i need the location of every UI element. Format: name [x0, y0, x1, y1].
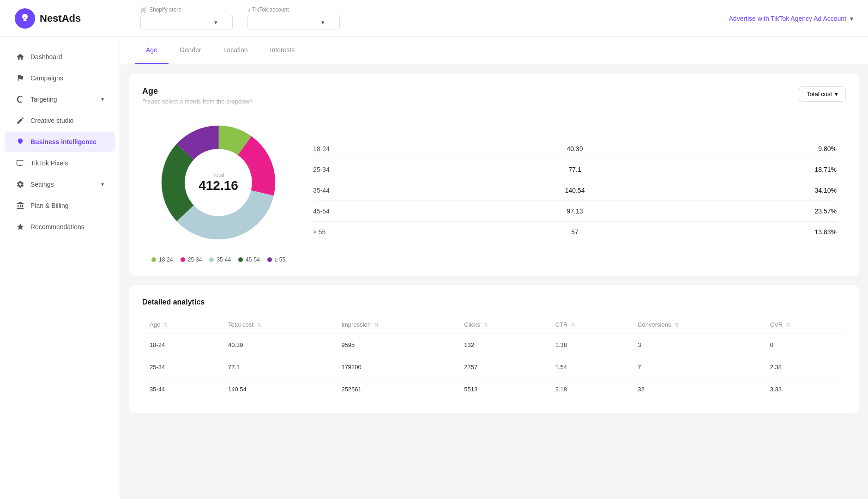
- stats-row-55plus: ≥ 55 57 13.83%: [313, 222, 837, 242]
- age-section: Age Please select a metric from the drop…: [129, 73, 859, 276]
- tab-interests[interactable]: Interests: [259, 37, 306, 64]
- shopify-dropdown[interactable]: ▾: [140, 15, 233, 30]
- col-impression: Impression ⇅: [334, 316, 457, 334]
- stats-row-45-54: 45-54 97.13 23.57%: [313, 201, 837, 222]
- flag-icon: [16, 73, 25, 83]
- star-icon: [16, 222, 25, 231]
- analytics-table-body: 18-24 40.39 9595 132 1.38 3 0 25-34 77.1…: [142, 334, 846, 401]
- legend-35-44: 35-44: [209, 256, 231, 263]
- col-clicks: Clicks ⇅: [457, 316, 548, 334]
- detailed-analytics-section: Detailed analytics Age ⇅ Total cost ⇅: [129, 285, 859, 413]
- tabs-bar: Age Gender Location Interests: [120, 37, 868, 64]
- stats-row-35-44: 35-44 140.54 34.10%: [313, 180, 837, 201]
- donut-chart: Total 412.16: [154, 118, 283, 247]
- analytics-title: Detailed analytics: [142, 298, 846, 306]
- logo-text: NestAds: [40, 12, 81, 24]
- legend-45-54: 45-54: [238, 256, 260, 263]
- sort-clicks-icon[interactable]: ⇅: [484, 322, 488, 328]
- sidebar-item-recommendations[interactable]: Recommendations: [5, 217, 115, 237]
- sort-ctr-icon[interactable]: ⇅: [571, 322, 575, 328]
- stats-row-18-24: 18-24 40.39 9.80%: [313, 139, 837, 159]
- legend-dot-45-54: [238, 257, 243, 262]
- tiktok-dropdown[interactable]: ▾: [247, 15, 340, 30]
- analytics-table-head: Age ⇅ Total cost ⇅ Impression ⇅ Clicks: [142, 316, 846, 334]
- nestads-logo-svg: [19, 13, 30, 24]
- top-header: NestAds 🛒 Shopify store ▾ ♪ TikTok accou…: [0, 0, 868, 37]
- sidebar-item-creative-studio[interactable]: Creative studio: [5, 110, 115, 131]
- legend-55plus: ≥ 55: [267, 256, 285, 263]
- table-row-25-34: 25-34 77.1 179200 2757 1.54 7 2.38: [142, 356, 846, 378]
- legend-18-24: 18-24: [151, 256, 173, 263]
- svg-point-5: [186, 150, 251, 215]
- sidebar-item-business-intelligence[interactable]: Business intelligence: [5, 132, 115, 152]
- table-row-35-44: 35-44 140.54 252561 5513 2.18 32 3.33: [142, 378, 846, 401]
- sidebar-item-settings[interactable]: Settings ▾: [5, 174, 115, 195]
- col-cvr: CVR ⇅: [763, 316, 846, 334]
- col-total-cost: Total cost ⇅: [221, 316, 334, 334]
- advertise-chevron-icon: ▾: [850, 15, 853, 22]
- col-ctr: CTR ⇅: [548, 316, 631, 334]
- donut-chart-container: Total 412.16 18-24 25-34: [151, 118, 285, 263]
- main-content: Age Gender Location Interests Age Please…: [120, 37, 868, 499]
- billing-icon: [16, 201, 25, 210]
- tiktok-label: ♪ TikTok account: [247, 6, 340, 13]
- shopify-store-selector: 🛒 Shopify store ▾: [140, 6, 233, 30]
- settings-icon: [16, 180, 25, 189]
- sidebar-item-tiktok-pixels[interactable]: TikTok Pixels: [5, 153, 115, 173]
- sort-conversions-icon[interactable]: ⇅: [675, 322, 679, 328]
- age-stats-table: 18-24 40.39 9.80% 25-34 77.1 18.71% 35-4…: [313, 139, 837, 242]
- legend-25-34: 25-34: [181, 256, 202, 263]
- chart-legend: 18-24 25-34 35-44 45-54: [151, 256, 285, 263]
- bulb-icon: [16, 137, 25, 146]
- sort-total-cost-icon[interactable]: ⇅: [257, 322, 261, 328]
- sort-cvr-icon[interactable]: ⇅: [786, 322, 790, 328]
- targeting-icon: [16, 95, 25, 104]
- legend-dot-25-34: [181, 257, 185, 262]
- targeting-chevron-icon: ▾: [101, 96, 104, 103]
- chart-area: Total 412.16 18-24 25-34: [142, 118, 846, 263]
- sort-impression-icon[interactable]: ⇅: [374, 322, 379, 328]
- metric-dropdown-button[interactable]: Total cost ▾: [799, 86, 846, 102]
- sidebar-item-targeting[interactable]: Targeting ▾: [5, 89, 115, 110]
- logo-area: NestAds: [15, 8, 107, 29]
- sidebar: Dashboard Campaigns Targeting ▾ Creative…: [0, 37, 120, 499]
- header-right: Advertise with TikTok Agency Ad Account …: [729, 15, 853, 22]
- shopify-label: 🛒 Shopify store: [140, 6, 233, 13]
- advertise-link[interactable]: Advertise with TikTok Agency Ad Account: [729, 15, 846, 22]
- tab-location[interactable]: Location: [212, 37, 259, 64]
- stats-row-25-34: 25-34 77.1 18.71%: [313, 159, 837, 180]
- sidebar-item-campaigns[interactable]: Campaigns: [5, 68, 115, 88]
- legend-dot-18-24: [151, 257, 156, 262]
- col-conversions: Conversions ⇅: [630, 316, 762, 334]
- analytics-header-row: Age ⇅ Total cost ⇅ Impression ⇅ Clicks: [142, 316, 846, 334]
- pen-icon: [16, 116, 25, 125]
- section-header: Age Please select a metric from the drop…: [142, 86, 846, 105]
- settings-chevron-icon: ▾: [101, 181, 104, 188]
- section-title: Age: [142, 86, 253, 96]
- logo-icon: [15, 8, 35, 29]
- legend-dot-55plus: [267, 257, 272, 262]
- analytics-table: Age ⇅ Total cost ⇅ Impression ⇅ Clicks: [142, 316, 846, 400]
- tv-icon: [16, 158, 25, 168]
- table-row-18-24: 18-24 40.39 9595 132 1.38 3 0: [142, 334, 846, 356]
- tab-age[interactable]: Age: [135, 37, 169, 64]
- tab-gender[interactable]: Gender: [169, 37, 212, 64]
- metric-chevron-icon: ▾: [835, 91, 838, 97]
- section-subtitle: Please select a metric from the dropdown: [142, 98, 253, 105]
- legend-dot-35-44: [209, 257, 214, 262]
- sidebar-item-plan-billing[interactable]: Plan & Billing: [5, 195, 115, 216]
- home-icon: [16, 52, 25, 61]
- donut-svg: [154, 118, 283, 247]
- sort-age-icon[interactable]: ⇅: [164, 322, 168, 328]
- sidebar-item-dashboard[interactable]: Dashboard: [5, 47, 115, 67]
- main-layout: Dashboard Campaigns Targeting ▾ Creative…: [0, 37, 868, 499]
- tiktok-account-selector: ♪ TikTok account ▾: [247, 6, 340, 30]
- col-age: Age ⇅: [142, 316, 221, 334]
